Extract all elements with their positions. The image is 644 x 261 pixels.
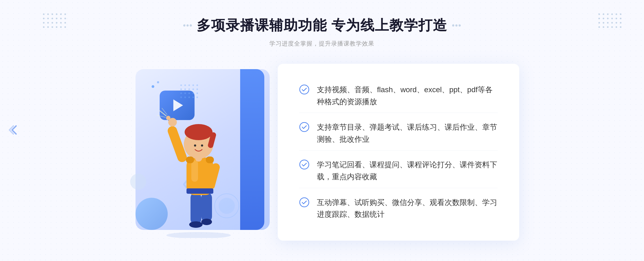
svg-point-46 — [300, 122, 309, 132]
svg-point-10 — [185, 124, 213, 140]
svg-rect-19 — [186, 188, 213, 194]
svg-point-39 — [184, 96, 186, 98]
svg-point-15 — [166, 116, 170, 120]
svg-rect-1 — [191, 192, 201, 225]
check-icon-4 — [299, 197, 309, 207]
svg-point-41 — [192, 96, 194, 98]
sub-title: 学习进度全掌握，提升录播课教学效果 — [183, 40, 461, 48]
right-top-decorative-dots — [598, 13, 623, 29]
bubble-decorative-dot-2 — [157, 81, 159, 83]
feature-text-4: 互动弹幕、试听购买、微信分享、观看次数限制、学习进度跟踪、数据统计 — [317, 197, 498, 221]
feature-text-2: 支持章节目录、弹题考试、课后练习、课后作业、章节测验、批改作业 — [317, 121, 498, 146]
svg-point-48 — [300, 198, 309, 207]
feature-item-4: 互动弹幕、试听购买、微信分享、观看次数限制、学习进度跟踪、数据统计 — [299, 192, 498, 226]
check-icon-2 — [299, 122, 309, 132]
svg-point-4 — [201, 219, 212, 225]
svg-point-3 — [189, 221, 203, 228]
svg-point-12 — [194, 144, 196, 147]
svg-point-37 — [196, 92, 198, 94]
svg-point-26 — [192, 84, 194, 86]
svg-rect-2 — [201, 192, 212, 222]
title-dots-left — [183, 24, 192, 27]
svg-point-33 — [180, 92, 182, 94]
feature-item-1: 支持视频、音频、flash、word、excel、ppt、pdf等各种格式的资源… — [299, 79, 498, 113]
svg-rect-17 — [186, 156, 194, 163]
svg-point-30 — [188, 88, 190, 90]
svg-rect-16 — [191, 160, 198, 182]
svg-rect-18 — [206, 156, 214, 163]
svg-line-20 — [160, 111, 166, 116]
feature-item-3: 学习笔记回看、课程提问、课程评论打分、课件资料下载，重点内容收藏 — [299, 154, 498, 188]
check-icon-3 — [299, 159, 309, 170]
svg-point-27 — [196, 84, 198, 86]
svg-point-31 — [192, 88, 194, 90]
main-title: 多项录播课辅助功能 专为线上教学打造 — [197, 16, 447, 35]
feature-text-1: 支持视频、音频、flash、word、excel、ppt、pdf等各种格式的资源… — [317, 84, 498, 108]
page-wrapper: 多项录播课辅助功能 专为线上教学打造 学习进度全掌握，提升录播课教学效果 — [0, 0, 644, 261]
svg-point-24 — [184, 84, 186, 86]
title-row: 多项录播课辅助功能 专为线上教学打造 — [183, 16, 461, 35]
features-panel: 支持视频、音频、flash、word、excel、ppt、pdf等各种格式的资源… — [278, 64, 519, 241]
svg-point-0 — [166, 232, 231, 238]
svg-point-40 — [188, 96, 190, 98]
svg-point-42 — [196, 96, 198, 98]
svg-point-29 — [184, 88, 186, 90]
svg-point-35 — [188, 92, 190, 94]
left-arrow-decoration — [8, 123, 21, 138]
decorative-circle-gray — [130, 174, 146, 190]
check-icon-1 — [299, 84, 309, 95]
svg-line-21 — [157, 115, 166, 117]
left-top-decorative-dots — [43, 13, 67, 29]
svg-point-34 — [184, 92, 186, 94]
svg-point-38 — [180, 96, 182, 98]
feature-item-2: 支持章节目录、弹题考试、课后练习、课后作业、章节测验、批改作业 — [299, 117, 498, 151]
svg-line-22 — [162, 108, 167, 115]
svg-point-45 — [300, 85, 309, 94]
svg-point-28 — [180, 88, 182, 90]
svg-point-23 — [180, 84, 182, 86]
svg-point-13 — [201, 144, 203, 147]
header-section: 多项录播课辅助功能 专为线上教学打造 学习进度全掌握，提升录播课教学效果 — [183, 0, 461, 56]
bubble-decorative-dot-1 — [152, 85, 154, 88]
svg-point-36 — [192, 92, 194, 94]
svg-point-32 — [196, 88, 198, 90]
svg-point-25 — [188, 84, 190, 86]
content-section: 支持视频、音频、flash、word、excel、ppt、pdf等各种格式的资源… — [107, 61, 537, 243]
feature-text-3: 学习笔记回看、课程提问、课程评论打分、课件资料下载，重点内容收藏 — [317, 159, 498, 183]
person-figure — [152, 104, 246, 238]
svg-point-47 — [300, 160, 309, 169]
title-dots-right — [452, 24, 461, 27]
illustration-panel — [125, 61, 280, 243]
